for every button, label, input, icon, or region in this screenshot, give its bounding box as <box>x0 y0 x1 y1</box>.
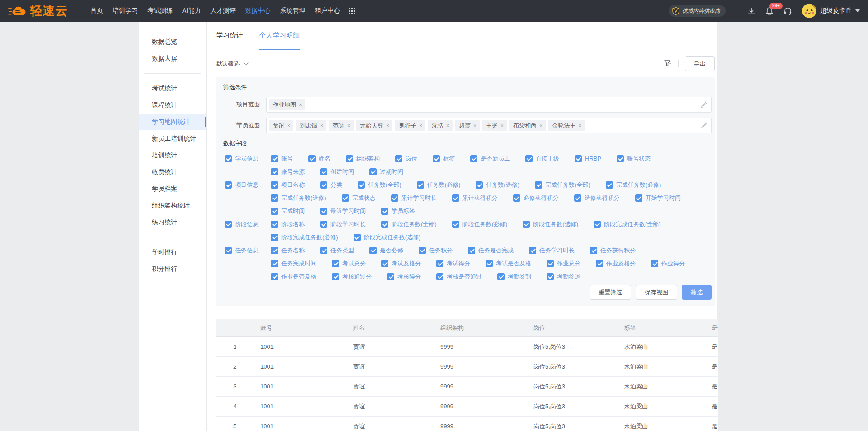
field-checkbox-考试及格分[interactable]: 考试及格分 <box>381 260 421 268</box>
field-checkbox-任务数(必修)[interactable]: 任务数(必修) <box>417 181 461 189</box>
field-checkbox-创建时间[interactable]: 创建时间 <box>320 168 354 176</box>
preset-filter-dropdown[interactable]: 默认筛选 <box>216 60 247 68</box>
sidebar-item[interactable]: 学员档案 <box>139 180 206 197</box>
field-checkbox-任务是否完成[interactable]: 任务是否完成 <box>468 246 514 255</box>
nav-item-考试测练[interactable]: 考试测练 <box>147 7 173 15</box>
field-checkbox-任务完成时间[interactable]: 任务完成时间 <box>271 260 316 268</box>
reset-filter-button[interactable]: 重置筛选 <box>590 285 631 300</box>
table-row[interactable]: 11001贾谊9999岗位5,岗位3水泊梁山是 <box>216 337 718 357</box>
field-checkbox-任务数(全部)[interactable]: 任务数(全部) <box>358 181 401 189</box>
field-checkbox-直接上级[interactable]: 直接上级 <box>525 155 559 163</box>
field-checkbox-完成状态[interactable]: 完成状态 <box>342 194 376 202</box>
nav-item-首页[interactable]: 首页 <box>90 7 103 15</box>
nav-item-租户中心[interactable]: 租户中心 <box>315 7 340 15</box>
sidebar-item[interactable]: 收费统计 <box>139 164 206 180</box>
sidebar-item[interactable]: 数据总览 <box>139 33 206 50</box>
nav-item-人才测评[interactable]: 人才测评 <box>210 7 236 15</box>
field-checkbox-作业总分[interactable]: 作业总分 <box>547 260 580 268</box>
field-checkbox-任务数(选修)[interactable]: 任务数(选修) <box>476 181 519 189</box>
user-avatar[interactable] <box>802 4 816 18</box>
app-logo[interactable]: 轻速云 <box>8 3 68 19</box>
field-checkbox-阶段信息[interactable]: 阶段信息 <box>225 220 259 228</box>
field-checkbox-累计学习时长[interactable]: 累计学习时长 <box>391 194 437 202</box>
notifications-bell-icon[interactable]: 99+ <box>765 7 774 15</box>
field-checkbox-阶段完成任务数(全部)[interactable]: 阶段完成任务数(全部) <box>594 220 661 228</box>
field-checkbox-是否必修[interactable]: 是否必修 <box>369 246 403 255</box>
sidebar-item[interactable]: 新员工培训统计 <box>139 130 206 147</box>
download-icon[interactable] <box>747 7 755 15</box>
field-checkbox-过期时间[interactable]: 过期时间 <box>369 168 403 176</box>
field-checkbox-阶段学习时长[interactable]: 阶段学习时长 <box>320 220 366 228</box>
field-checkbox-阶段任务数(必修)[interactable]: 阶段任务数(必修) <box>452 220 508 228</box>
close-icon[interactable]: × <box>419 123 422 129</box>
field-checkbox-账号状态[interactable]: 账号状态 <box>617 155 651 163</box>
field-checkbox-考试总分[interactable]: 考试总分 <box>332 260 366 268</box>
user-menu-caret-icon[interactable] <box>855 9 860 12</box>
field-checkbox-账号[interactable]: 账号 <box>271 155 293 163</box>
field-checkbox-考核是否通过[interactable]: 考核是否通过 <box>436 273 482 281</box>
field-checkbox-完成时间[interactable]: 完成时间 <box>271 207 305 215</box>
field-checkbox-完成任务数(必修)[interactable]: 完成任务数(必修) <box>606 181 661 189</box>
field-checkbox-岗位[interactable]: 岗位 <box>395 155 417 163</box>
sidebar-item[interactable]: 课程统计 <box>139 97 206 114</box>
field-checkbox-阶段名称[interactable]: 阶段名称 <box>271 220 305 228</box>
apply-filter-button[interactable]: 筛选 <box>682 285 712 300</box>
field-checkbox-HRBP[interactable]: HRBP <box>575 155 601 162</box>
save-view-button[interactable]: 保存视图 <box>636 285 677 300</box>
close-icon[interactable]: × <box>386 123 389 129</box>
nav-item-系统管理[interactable]: 系统管理 <box>280 7 305 15</box>
field-checkbox-考勤签到[interactable]: 考勤签到 <box>497 273 531 281</box>
field-checkbox-作业是否及格[interactable]: 作业是否及格 <box>271 273 316 281</box>
sidebar-item[interactable]: 组织架构统计 <box>139 197 206 214</box>
nav-item-数据中心[interactable]: 数据中心 <box>245 7 270 15</box>
table-row[interactable]: 41001贾谊9999岗位5,岗位3水泊梁山是 <box>216 397 718 417</box>
field-checkbox-阶段完成任务数(选修)[interactable]: 阶段完成任务数(选修) <box>354 233 421 242</box>
table-row[interactable]: 21001贾谊9999岗位5,岗位3水泊梁山是 <box>216 357 718 377</box>
field-checkbox-项目名称[interactable]: 项目名称 <box>271 181 305 189</box>
field-checkbox-阶段完成任务数(必修)[interactable]: 阶段完成任务数(必修) <box>271 233 338 242</box>
field-checkbox-学员标签[interactable]: 学员标签 <box>381 207 415 215</box>
field-checkbox-作业及格分[interactable]: 作业及格分 <box>596 260 636 268</box>
sidebar-item[interactable]: 学习地图统计 <box>139 114 206 130</box>
export-button[interactable]: 导出 <box>685 56 715 71</box>
field-checkbox-任务积分[interactable]: 任务积分 <box>419 246 453 255</box>
field-checkbox-阶段任务数(选修)[interactable]: 阶段任务数(选修) <box>523 220 578 228</box>
field-checkbox-学员信息[interactable]: 学员信息 <box>225 155 259 163</box>
field-checkbox-完成任务数(全部)[interactable]: 完成任务数(全部) <box>535 181 590 189</box>
close-icon[interactable]: × <box>446 123 449 129</box>
tab-个人学习明细[interactable]: 个人学习明细 <box>259 22 300 50</box>
field-checkbox-账号来源[interactable]: 账号来源 <box>271 168 305 176</box>
field-checkbox-考核得分[interactable]: 考核得分 <box>387 273 421 281</box>
sidebar-item[interactable]: 积分排行 <box>139 260 206 277</box>
close-icon[interactable]: × <box>287 123 290 129</box>
field-checkbox-考勤签退[interactable]: 考勤签退 <box>547 273 580 281</box>
sidebar-item[interactable]: 培训统计 <box>139 147 206 164</box>
sidebar-item[interactable]: 数据大屏 <box>139 50 206 67</box>
close-icon[interactable]: × <box>539 123 542 129</box>
sidebar-item[interactable]: 练习统计 <box>139 214 206 231</box>
field-checkbox-任务信息[interactable]: 任务信息 <box>225 246 259 255</box>
field-checkbox-完成任务数(选修)[interactable]: 完成任务数(选修) <box>271 194 326 202</box>
field-checkbox-考试得分[interactable]: 考试得分 <box>436 260 470 268</box>
apps-grid-icon[interactable] <box>349 8 355 14</box>
close-icon[interactable]: × <box>320 123 323 129</box>
filter-funnel-icon[interactable] <box>664 60 672 67</box>
field-checkbox-姓名[interactable]: 姓名 <box>308 155 330 163</box>
project-scope-input[interactable]: 作业地图× <box>266 97 712 113</box>
field-checkbox-选修获得积分[interactable]: 选修获得积分 <box>574 194 620 202</box>
field-checkbox-任务类型[interactable]: 任务类型 <box>320 246 354 255</box>
nav-item-AI能力[interactable]: AI能力 <box>182 7 201 15</box>
field-checkbox-阶段任务数(全部)[interactable]: 阶段任务数(全部) <box>381 220 437 228</box>
field-checkbox-考试是否及格[interactable]: 考试是否及格 <box>486 260 531 268</box>
field-checkbox-组织架构[interactable]: 组织架构 <box>346 155 380 163</box>
field-checkbox-考核通过分[interactable]: 考核通过分 <box>332 273 372 281</box>
table-row[interactable]: 31001贾谊9999岗位5,岗位3水泊梁山是 <box>216 377 718 397</box>
close-icon[interactable]: × <box>578 123 581 129</box>
field-checkbox-累计获得积分[interactable]: 累计获得积分 <box>452 194 498 202</box>
field-checkbox-任务名称[interactable]: 任务名称 <box>271 246 305 255</box>
support-headset-icon[interactable] <box>783 7 792 15</box>
close-icon[interactable]: × <box>500 123 504 129</box>
sidebar-item[interactable]: 考试统计 <box>139 80 206 97</box>
close-icon[interactable]: × <box>299 102 302 108</box>
field-checkbox-是否新员工[interactable]: 是否新员工 <box>470 155 510 163</box>
